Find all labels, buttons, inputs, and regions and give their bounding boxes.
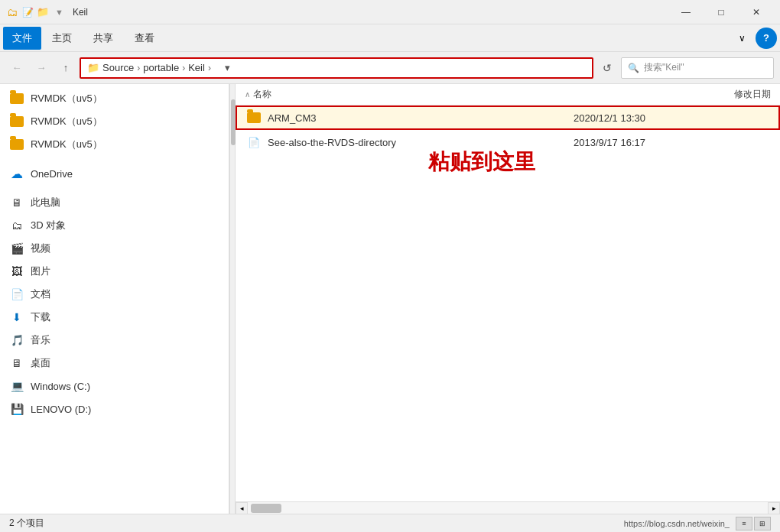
minimize-button[interactable]: — — [668, 0, 704, 24]
column-sort-icon[interactable]: ∧ — [245, 90, 250, 99]
sidebar-item-image[interactable]: 🖼 图片 — [0, 260, 229, 283]
path-sep2: › — [182, 63, 185, 73]
menu-bar: 文件 主页 共享 查看 ∨ ? — [0, 24, 780, 52]
horizontal-scrollbar[interactable]: ◂ ▸ — [236, 501, 780, 514]
sidebar-label-onedrive: OneDrive — [31, 168, 73, 180]
path-portable: portable — [143, 62, 179, 73]
name-column-header[interactable]: 名称 — [253, 88, 271, 101]
address-folder-icon: 📁 — [87, 62, 99, 73]
3d-icon: 🗂 — [9, 218, 24, 233]
sidebar-label-download: 下载 — [31, 310, 50, 324]
sidebar-item-winc[interactable]: 💻 Windows (C:) — [0, 375, 229, 397]
toolbar: ← → ↑ 📁 Source › portable › Keil › ▾ ↺ 🔍… — [0, 52, 780, 84]
video-icon: 🎬 — [9, 241, 24, 256]
up-button[interactable]: ↑ — [55, 57, 76, 79]
sidebar-item-rvmdk3[interactable]: RVMDK（uv5） — [0, 133, 229, 156]
winc-icon: 💻 — [9, 378, 24, 394]
search-placeholder: 搜索"Keil" — [644, 61, 684, 74]
menu-home[interactable]: 主页 — [41, 27, 83, 50]
sidebar-item-lenovod[interactable]: 💾 LENOVO (D:) — [0, 397, 229, 420]
sidebar-item-download[interactable]: ⬇ 下载 — [0, 306, 229, 329]
download-icon: ⬇ — [9, 310, 24, 325]
view-buttons: ≡ ⊞ — [736, 517, 771, 530]
sidebar-label-lenovod: LENOVO (D:) — [31, 404, 91, 415]
desktop-icon: 🖥 — [9, 355, 24, 371]
status-bar: 2 个项目 https://blog.csdn.net/weixin_ ≡ ⊞ — [0, 514, 780, 532]
doc-icon: 📄 — [9, 287, 24, 302]
path-source: Source — [102, 62, 134, 73]
tile-view-button[interactable]: ⊞ — [754, 517, 771, 530]
help-button[interactable]: ? — [756, 28, 777, 49]
sidebar-label-rvmdk3: RVMDK（uv5） — [31, 138, 102, 151]
title-controls: — □ ✕ — [668, 0, 774, 24]
scroll-thumb[interactable] — [251, 504, 281, 513]
path-keil: Keil — [188, 62, 205, 73]
search-bar[interactable]: 🔍 搜索"Keil" — [621, 57, 774, 79]
annotation-text: 粘贴到这里 — [428, 148, 535, 177]
title-folder-icon: 🗂 — [6, 6, 18, 18]
arm-cm3-date: 2020/12/1 13:30 — [574, 112, 769, 124]
refresh-button[interactable]: ↺ — [596, 57, 618, 79]
detail-view-button[interactable]: ≡ — [736, 517, 752, 530]
address-dropdown-button[interactable]: ▾ — [217, 57, 239, 79]
back-button[interactable]: ← — [6, 57, 28, 79]
menu-file[interactable]: 文件 — [3, 27, 41, 50]
music-icon: 🎵 — [9, 332, 24, 348]
scroll-right-button[interactable]: ▸ — [768, 502, 780, 514]
menu-view[interactable]: 查看 — [124, 27, 165, 50]
arm-cm3-folder-icon — [246, 110, 262, 125]
title-divider: ▼ — [55, 8, 63, 17]
maximize-button[interactable]: □ — [704, 0, 739, 24]
sidebar-label-rvmdk1: RVMDK（uv5） — [31, 92, 102, 105]
folder-icon-rvmdk1 — [9, 91, 24, 106]
sidebar-item-3d[interactable]: 🗂 3D 对象 — [0, 214, 229, 237]
content-header: ∧ 名称 修改日期 — [236, 84, 780, 105]
folder-icon-rvmdk3 — [9, 137, 24, 152]
search-icon: 🔍 — [628, 63, 639, 73]
sidebar-item-rvmdk1[interactable]: RVMDK（uv5） — [0, 87, 229, 110]
thispc-icon: 🖥 — [9, 195, 24, 210]
see-also-file-icon: 📄 — [246, 135, 262, 150]
title-bar-icons: 🗂 📝 📁 ▼ — [6, 6, 67, 18]
sidebar-label-rvmdk2: RVMDK（uv5） — [31, 115, 102, 128]
status-url: https://blog.csdn.net/weixin_ — [624, 519, 730, 528]
sidebar-item-doc[interactable]: 📄 文档 — [0, 283, 229, 306]
close-button[interactable]: ✕ — [739, 0, 774, 24]
address-path: Source › portable › Keil › — [102, 62, 211, 73]
see-also-name: See-also-the-RVDS-directory — [268, 137, 574, 148]
sidebar-item-music[interactable]: 🎵 音乐 — [0, 329, 229, 352]
sidebar-item-desktop[interactable]: 🖥 桌面 — [0, 352, 229, 375]
date-column-header[interactable]: 修改日期 — [734, 88, 771, 101]
sidebar-label-winc: Windows (C:) — [31, 381, 90, 392]
title-bar: 🗂 📝 📁 ▼ Keil — □ ✕ — [0, 0, 780, 24]
title-note-icon: 📝 — [21, 6, 34, 18]
list-item-arm-cm3[interactable]: ARM_CM3 2020/12/1 13:30 — [236, 105, 780, 130]
sidebar-label-video: 视频 — [31, 242, 50, 255]
scrollbar-thumb — [231, 99, 236, 145]
lenovod-icon: 💾 — [9, 401, 24, 417]
folder-icon-rvmdk2 — [9, 114, 24, 129]
menu-share[interactable]: 共享 — [83, 27, 124, 50]
scroll-left-button[interactable]: ◂ — [236, 502, 248, 514]
sidebar-label-doc: 文档 — [31, 287, 50, 301]
menu-expand-button[interactable]: ∨ — [731, 28, 752, 49]
path-sep1: › — [137, 63, 140, 73]
title-folder2-icon: 📁 — [37, 6, 49, 18]
sidebar-item-rvmdk2[interactable]: RVMDK（uv5） — [0, 110, 229, 133]
onedrive-icon: ☁ — [9, 166, 24, 181]
main-layout: RVMDK（uv5） RVMDK（uv5） RVMDK（uv5） ☁ OneDr… — [0, 84, 780, 514]
item-count: 2 个项目 — [9, 517, 44, 530]
sidebar-scrollbar[interactable] — [229, 84, 236, 514]
sidebar-label-3d: 3D 对象 — [31, 219, 66, 232]
sidebar-item-thispc[interactable]: 🖥 此电脑 — [0, 191, 229, 214]
see-also-date: 2013/9/17 16:17 — [574, 137, 769, 148]
forward-button[interactable]: → — [31, 57, 52, 79]
sidebar-label-music: 音乐 — [31, 333, 50, 347]
sidebar-item-video[interactable]: 🎬 视频 — [0, 237, 229, 260]
sidebar-item-onedrive[interactable]: ☁ OneDrive — [0, 162, 229, 185]
sidebar-label-image: 图片 — [31, 264, 50, 278]
sidebar: RVMDK（uv5） RVMDK（uv5） RVMDK（uv5） ☁ OneDr… — [0, 84, 229, 514]
sidebar-label-thispc: 此电脑 — [31, 196, 60, 209]
image-icon: 🖼 — [9, 264, 24, 279]
address-bar[interactable]: 📁 Source › portable › Keil › ▾ — [80, 57, 593, 79]
